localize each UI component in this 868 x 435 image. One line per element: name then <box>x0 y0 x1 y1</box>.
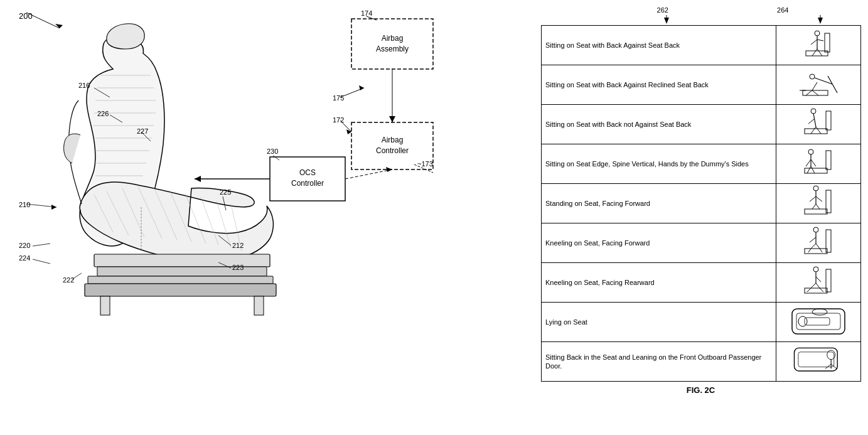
svg-line-84 <box>811 40 817 45</box>
svg-text:224: 224 <box>19 254 30 262</box>
svg-text:210: 210 <box>19 201 30 208</box>
position-description: Sitting Back in the Seat and Leaning on … <box>542 342 776 382</box>
svg-line-123 <box>810 237 816 242</box>
svg-rect-119 <box>826 230 831 252</box>
svg-line-108 <box>811 159 816 166</box>
svg-text:Controller: Controller <box>376 146 409 155</box>
position-table: Sitting on Seat with Back Against Seat B… <box>541 25 861 382</box>
svg-line-133 <box>816 283 820 288</box>
svg-text:220: 220 <box>19 242 30 249</box>
svg-rect-24 <box>85 284 276 296</box>
svg-line-118 <box>816 204 820 209</box>
position-icon <box>776 342 860 382</box>
svg-rect-31 <box>351 19 433 69</box>
svg-line-102 <box>816 127 821 134</box>
svg-line-87 <box>817 49 822 56</box>
svg-text:OCS: OCS <box>299 168 316 177</box>
svg-marker-76 <box>664 18 669 24</box>
svg-text:~173: ~173 <box>417 160 433 168</box>
svg-line-69 <box>33 259 50 264</box>
svg-point-98 <box>811 109 816 114</box>
svg-rect-103 <box>826 151 831 169</box>
position-icon <box>776 105 860 144</box>
position-icon <box>776 26 860 65</box>
svg-point-139 <box>812 309 827 315</box>
svg-text:Assembly: Assembly <box>376 45 409 53</box>
svg-marker-1 <box>55 24 63 28</box>
svg-line-115 <box>810 196 816 201</box>
svg-rect-80 <box>825 33 830 52</box>
svg-text:Controller: Controller <box>291 179 324 188</box>
svg-line-117 <box>812 204 816 209</box>
svg-line-116 <box>816 196 822 201</box>
svg-line-124 <box>811 244 816 249</box>
svg-rect-138 <box>796 313 840 330</box>
position-icon <box>776 184 860 223</box>
svg-text:222: 222 <box>63 276 74 284</box>
svg-rect-111 <box>826 190 831 213</box>
svg-line-135 <box>820 288 823 292</box>
svg-text:Airbag: Airbag <box>382 136 404 144</box>
svg-line-100 <box>808 119 815 124</box>
ref-262: 262 <box>657 6 668 14</box>
svg-line-107 <box>806 159 811 166</box>
position-description: Sitting on Seat with Back Against Seat B… <box>542 26 776 65</box>
svg-rect-96 <box>826 111 831 130</box>
svg-marker-78 <box>818 18 823 24</box>
svg-text:216: 216 <box>78 82 90 89</box>
svg-rect-25 <box>100 296 110 315</box>
position-icon <box>776 303 860 342</box>
svg-point-90 <box>810 74 815 79</box>
svg-text:227: 227 <box>137 127 148 135</box>
svg-rect-23 <box>88 276 273 284</box>
table-row: Sitting on Seat with Back Against Seat B… <box>542 26 861 65</box>
svg-line-67 <box>33 244 50 246</box>
svg-line-43 <box>340 121 351 132</box>
position-description: Sitting on Seat with Back Against Reclin… <box>542 65 776 105</box>
table-row: Sitting on Seat Edge, Spine Vertical, Ha… <box>542 144 861 184</box>
svg-line-132 <box>816 277 821 282</box>
table-row: Kneeling on Seat, Facing Rearward <box>542 263 861 303</box>
svg-rect-141 <box>805 318 830 325</box>
svg-text:Airbag: Airbag <box>382 34 404 43</box>
svg-line-88 <box>828 76 837 93</box>
svg-point-82 <box>815 31 820 36</box>
svg-rect-120 <box>805 249 827 254</box>
svg-line-93 <box>806 90 812 95</box>
svg-line-99 <box>813 114 816 127</box>
figure-caption: FIG. 2C <box>540 385 862 395</box>
svg-line-101 <box>811 127 816 134</box>
svg-line-86 <box>812 49 817 56</box>
svg-text:175: 175 <box>333 94 344 102</box>
svg-marker-52 <box>195 176 201 182</box>
table-row: Sitting on Seat with Back Against Reclin… <box>542 65 861 105</box>
position-description: Lying on Seat <box>542 303 776 342</box>
position-description: Sitting on Seat with Back not Against Se… <box>542 105 776 144</box>
table-row: Kneeling on Seat, Facing Forward <box>542 223 861 263</box>
svg-line-85 <box>817 40 823 41</box>
position-description: Kneeling on Seat, Facing Forward <box>542 223 776 263</box>
svg-rect-112 <box>805 209 827 214</box>
position-icon <box>776 65 860 105</box>
position-icon <box>776 223 860 263</box>
svg-rect-26 <box>254 296 264 315</box>
svg-rect-128 <box>826 269 831 292</box>
svg-text:174: 174 <box>361 9 372 17</box>
table-row: Sitting on Seat with Back not Against Se… <box>542 105 861 144</box>
svg-line-94 <box>812 90 818 95</box>
position-icon <box>776 263 860 303</box>
svg-marker-48 <box>389 116 395 122</box>
svg-rect-137 <box>792 309 845 334</box>
svg-line-127 <box>820 249 822 252</box>
svg-rect-104 <box>805 168 827 173</box>
svg-point-105 <box>808 149 813 154</box>
svg-point-130 <box>813 267 818 272</box>
position-description: Kneeling on Seat, Facing Rearward <box>542 263 776 303</box>
ref-264: 264 <box>777 6 788 14</box>
svg-point-113 <box>813 186 818 191</box>
table-row: Standing on Seat, Facing Forward <box>542 184 861 223</box>
svg-line-134 <box>811 283 816 288</box>
svg-text:223: 223 <box>232 264 244 271</box>
svg-line-136 <box>807 288 811 292</box>
svg-line-110 <box>811 166 815 173</box>
